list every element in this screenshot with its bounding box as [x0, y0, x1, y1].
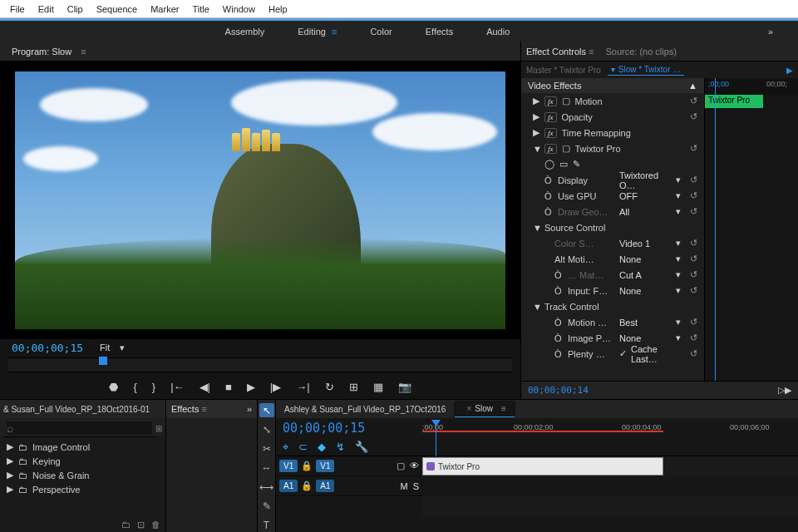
section-video-effects: Video Effects ▲ [521, 78, 704, 93]
add-marker-button[interactable]: ◆ [318, 441, 326, 453]
tab-source[interactable]: Source: (no clips) [605, 47, 677, 57]
solo-button[interactable]: S [413, 481, 419, 491]
ec-footer-timecode[interactable]: 00;00;00;14 [528, 385, 589, 396]
prop-alt-motion[interactable]: Alt Moti…None▾↺ [521, 251, 704, 267]
effects-tab[interactable]: Effects ≡ [171, 404, 207, 414]
crumb-play-icon[interactable]: ▶ [786, 66, 793, 75]
ec-effect-bar[interactable]: Twixtor Pro [705, 95, 763, 108]
lock-icon[interactable]: 🔒 [301, 480, 313, 491]
ec-playhead[interactable] [715, 78, 716, 381]
menu-sequence[interactable]: Sequence [90, 2, 145, 17]
program-tab[interactable]: Program: Slow ≡ [7, 43, 91, 60]
linked-selection-button[interactable]: ⊂ [298, 441, 308, 453]
prop-use-gpu[interactable]: ÒUse GPUOFF▾↺ [521, 188, 704, 204]
workspace-effects[interactable]: Effects [426, 27, 453, 37]
program-timeline-ruler[interactable] [8, 357, 512, 372]
fx-motion[interactable]: ▶fx▢Motion↺ [521, 93, 704, 109]
slip-tool[interactable]: ↔ [259, 461, 274, 475]
menu-title[interactable]: Title [185, 2, 215, 17]
fx-twixtor-pro[interactable]: ▼fx▢Twixtor Pro↺ [521, 140, 704, 156]
snapshot-button[interactable]: 📷 [398, 381, 411, 393]
go-to-out-button[interactable]: →| [296, 381, 309, 393]
menu-help[interactable]: Help [262, 2, 294, 17]
type-tool[interactable]: T [259, 518, 274, 532]
workspace-overflow-button[interactable]: » [768, 27, 773, 37]
preview-image [15, 71, 505, 329]
new-bin-button[interactable]: 🗀 [121, 520, 131, 530]
loop-button[interactable]: ↻ [325, 381, 334, 393]
prop-plenty[interactable]: ÒPlenty …✓Cache Last…↺ [521, 346, 704, 362]
prop-motion-vectors[interactable]: ÒMotion …Best▾↺ [521, 314, 704, 330]
menu-clip[interactable]: Clip [61, 2, 90, 17]
project-tab[interactable]: & Susan_Full Video_RP_18Oct2016-01 [3, 405, 150, 414]
track-v1-header[interactable]: V1 🔒 V1 ▢👁 [276, 456, 422, 476]
menu-window[interactable]: Window [216, 2, 262, 17]
timeline-wrench-button[interactable]: 🔧 [355, 441, 368, 453]
mute-button[interactable]: M [400, 481, 407, 491]
sequence-tab-1[interactable]: Ashley & Susan_Full Video_RP_17Oct2016 [276, 401, 455, 417]
stop-button[interactable]: ■ [225, 381, 232, 393]
folder-perspective[interactable]: ▶🗀Perspective [0, 482, 165, 496]
mark-out-button[interactable]: } [152, 381, 155, 393]
view-list-icon[interactable]: ⊞ [155, 424, 162, 433]
add-marker-button[interactable]: ⬣ [109, 381, 118, 393]
timeline-ruler[interactable]: ;00;00 00;00;02;00 00;00;04;00 00;00;06;… [422, 418, 798, 438]
play-button[interactable]: ▶ [247, 381, 255, 393]
ruler-tick: 00;00;06;00 [730, 423, 770, 431]
fx-opacity[interactable]: ▶fxOpacity↺ [521, 109, 704, 125]
folder-keying[interactable]: ▶🗀Keying [0, 454, 165, 468]
mark-in-button[interactable]: { [133, 381, 136, 393]
folder-noise-grain[interactable]: ▶🗀Noise & Grain [0, 468, 165, 482]
effects-overflow-button[interactable]: » [247, 404, 252, 414]
pen-tool[interactable]: ✎ [259, 499, 274, 513]
ec-timeline[interactable]: ;00;00 00;00; Twixtor Pro [704, 78, 798, 381]
new-item-button[interactable]: ⊡ [137, 520, 145, 530]
trash-button[interactable]: 🗑 [151, 520, 160, 530]
section-toggle-icon[interactable]: ▲ [688, 81, 697, 91]
timeline-timecode[interactable]: 00;00;00;15 [283, 421, 365, 436]
menu-file[interactable]: File [3, 2, 32, 17]
program-viewer[interactable] [0, 62, 520, 339]
menu-edit[interactable]: Edit [32, 2, 61, 17]
workspace-editing[interactable]: Editing ≡ [298, 27, 337, 37]
prop-display[interactable]: ÒDisplayTwixtored O…▾↺ [521, 172, 704, 188]
mask-shapes[interactable]: ◯▭✎ [521, 156, 704, 172]
go-to-in-button[interactable]: |← [170, 381, 184, 393]
program-playhead[interactable] [99, 357, 107, 365]
track-select-tool[interactable]: ⤡ [259, 422, 274, 436]
export-frame-button[interactable]: ▦ [373, 381, 383, 393]
prop-input-framerate[interactable]: ÒInput: F…None▾↺ [521, 283, 704, 298]
menu-marker[interactable]: Marker [144, 2, 185, 17]
selection-tool[interactable]: ↖ [259, 403, 274, 417]
folder-image-control[interactable]: ▶🗀Image Control [0, 440, 165, 454]
clip-twixtor-pro[interactable]: Twixtor Pro [422, 457, 663, 475]
ec-footer-play-icon[interactable]: ▷▶ [778, 385, 791, 396]
timeline-settings-button[interactable]: ↯ [336, 441, 345, 453]
tab-effect-controls[interactable]: Effect Controls ≡ [526, 47, 594, 57]
ripple-tool[interactable]: ✂ [259, 441, 274, 456]
effect-controls-panel: Effect Controls ≡ Source: (no clips) Mas… [520, 42, 798, 399]
fx-time-remapping[interactable]: ▶fxTime Remapping [521, 125, 704, 140]
project-search-input[interactable] [7, 421, 152, 435]
step-forward-button[interactable]: |▶ [270, 381, 281, 393]
eye-icon[interactable]: 👁 [410, 461, 419, 471]
zoom-fit-dropdown[interactable]: Fit▾ [100, 342, 125, 353]
safe-margins-button[interactable]: ⊞ [349, 381, 358, 393]
pen-icon[interactable]: ✎ [573, 159, 580, 170]
step-back-button[interactable]: ◀| [200, 381, 210, 393]
snap-button[interactable]: ⌖ [283, 441, 288, 454]
group-source-control[interactable]: ▼Source Control [521, 219, 704, 235]
workspace-audio[interactable]: Audio [486, 27, 510, 37]
track-a1-header[interactable]: A1 🔒 A1 MS [276, 476, 422, 496]
prop-color-source: Color S…Video 1▾↺ [521, 235, 704, 251]
crumb-clip[interactable]: ▾Slow * Twixtor … [608, 64, 684, 76]
lock-icon[interactable]: 🔒 [301, 461, 313, 471]
sequence-tab-slow[interactable]: ×Slow≡ [455, 401, 515, 417]
timeline-track-area[interactable]: Twixtor Pro [422, 456, 798, 532]
workspace-assembly[interactable]: Assembly [225, 27, 265, 37]
program-timecode[interactable]: 00;00;00;15 [12, 342, 83, 354]
group-track-control[interactable]: ▼Track Control [521, 298, 704, 314]
workspace-color[interactable]: Color [370, 27, 392, 37]
razor-tool[interactable]: ⟷ [259, 480, 274, 494]
toggle-track-output-icon[interactable]: ▢ [397, 461, 405, 471]
